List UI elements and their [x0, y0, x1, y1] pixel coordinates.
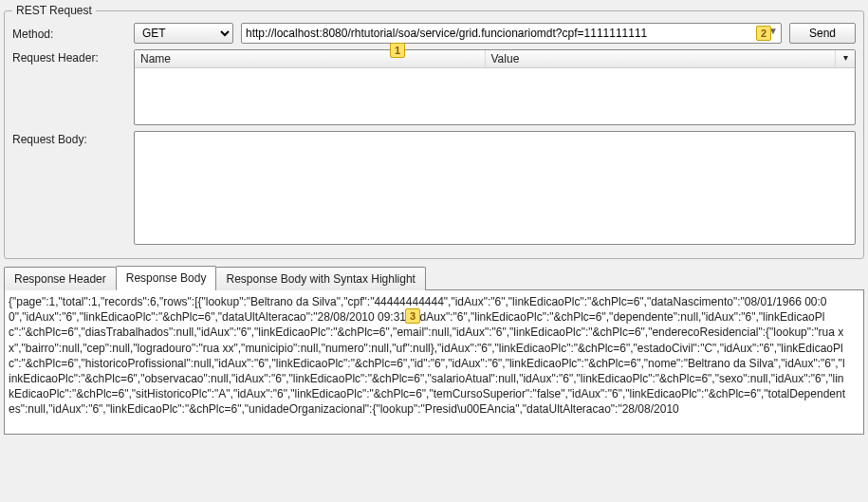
method-select[interactable]: GET	[134, 23, 233, 44]
rest-request-group: REST Request Method: GET ▼ 1 2 Send Requ…	[4, 4, 864, 259]
request-body-label: Request Body:	[12, 131, 126, 146]
request-header-label: Request Header:	[12, 49, 126, 65]
response-tabs: Response Header Response Body Response B…	[4, 265, 864, 290]
tab-response-highlight[interactable]: Response Body with Syntax Highlight	[215, 267, 425, 290]
tab-response-body[interactable]: Response Body	[116, 266, 217, 290]
request-header-table[interactable]: Name Value ▾	[134, 49, 856, 125]
tab-response-header[interactable]: Response Header	[4, 267, 117, 290]
table-options-icon[interactable]: ▾	[836, 50, 855, 67]
request-body-input[interactable]	[134, 131, 856, 245]
header-col-name[interactable]: Name	[135, 50, 486, 67]
send-button[interactable]: Send	[789, 23, 856, 44]
header-col-value[interactable]: Value	[486, 50, 837, 67]
callout-2: 2	[756, 26, 771, 41]
callout-3: 3	[405, 308, 420, 324]
method-label: Method:	[12, 26, 126, 41]
callout-1: 1	[390, 43, 405, 58]
rest-request-legend: REST Request	[12, 4, 96, 17]
response-body-text[interactable]: {"page":1,"total":1,"records":6,"rows":[…	[4, 290, 864, 435]
url-input[interactable]	[241, 23, 782, 44]
